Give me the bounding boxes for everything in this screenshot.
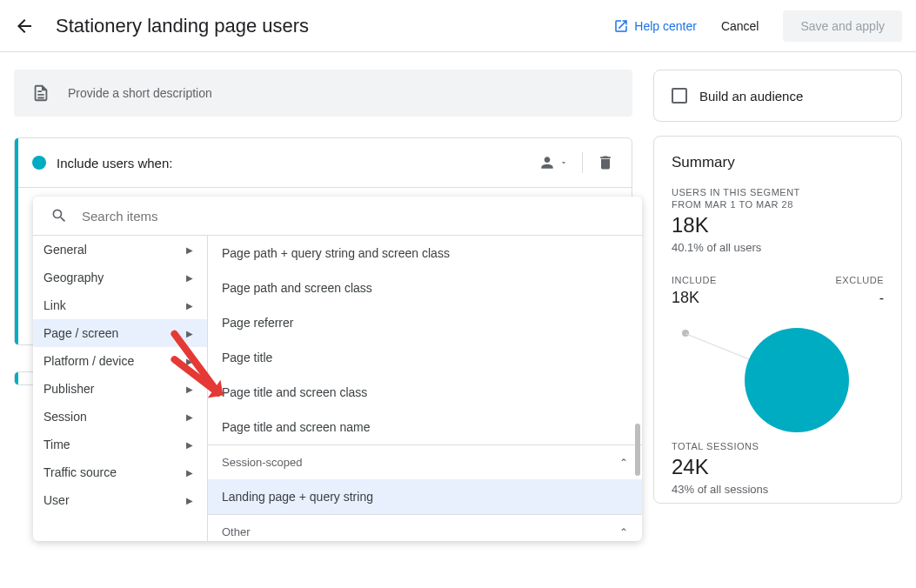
pie-chart xyxy=(672,311,884,441)
category-item[interactable]: Page / screen▶ xyxy=(33,319,207,347)
category-label: Geography xyxy=(43,271,104,284)
total-sessions-count: 24K xyxy=(672,455,884,479)
category-label: User xyxy=(43,493,70,507)
dropdown-search-row xyxy=(33,197,642,235)
description-icon xyxy=(31,84,50,103)
category-label: General xyxy=(43,243,87,257)
total-sessions-label: TOTAL SESSIONS xyxy=(672,441,884,451)
dropdown-item-landing-page[interactable]: Landing page + query string xyxy=(208,479,642,514)
cancel-button[interactable]: Cancel xyxy=(711,12,770,40)
build-audience-card: Build an audience xyxy=(653,70,902,122)
category-label: Session xyxy=(43,410,87,424)
dropdown-body: General▶Geography▶Link▶Page / screen▶Pla… xyxy=(33,235,642,541)
category-item[interactable]: Time▶ xyxy=(33,431,207,458)
page-title: Stationery landing page users xyxy=(56,15,613,37)
open-in-new-icon xyxy=(613,18,629,34)
chevron-right-icon: ▶ xyxy=(186,357,193,366)
category-item[interactable]: Link▶ xyxy=(33,291,207,319)
save-button[interactable]: Save and apply xyxy=(783,10,902,42)
users-count: 18K xyxy=(672,213,884,237)
category-item[interactable]: User▶ xyxy=(33,486,207,514)
category-label: Time xyxy=(43,438,70,451)
help-center-label: Help center xyxy=(634,19,697,33)
category-item[interactable]: Platform / device▶ xyxy=(33,347,207,375)
help-center-link[interactable]: Help center xyxy=(613,18,697,34)
person-icon xyxy=(538,154,556,171)
users-percent: 40.1% of all users xyxy=(672,241,884,254)
dropdown-item[interactable]: Page referrer xyxy=(208,305,642,340)
category-label: Platform / device xyxy=(43,354,134,368)
pie-line xyxy=(685,333,751,360)
dropdown-categories: General▶Geography▶Link▶Page / screen▶Pla… xyxy=(33,236,207,541)
header-bar: Stationery landing page users Help cente… xyxy=(0,0,916,52)
side-column: Build an audience Summary USERS IN THIS … xyxy=(653,70,902,504)
chevron-right-icon: ▶ xyxy=(186,273,193,283)
item-dropdown: General▶Geography▶Link▶Page / screen▶Pla… xyxy=(33,197,642,541)
summary-title: Summary xyxy=(672,154,884,171)
divider xyxy=(582,152,583,173)
condition-actions xyxy=(538,152,614,173)
include-count: 18K xyxy=(672,289,717,307)
chevron-up-icon: ⌃ xyxy=(619,526,628,538)
include-exclude-row: INCLUDE 18K EXCLUDE - xyxy=(672,275,884,307)
users-segment-label: USERS IN THIS SEGMENT xyxy=(672,187,884,197)
trash-icon xyxy=(597,154,614,171)
group-header-other[interactable]: Other⌃ xyxy=(208,514,642,541)
chevron-right-icon: ▶ xyxy=(186,384,193,394)
chevron-right-icon: ▶ xyxy=(186,301,193,311)
chevron-right-icon: ▶ xyxy=(186,440,193,450)
search-icon xyxy=(50,207,68,224)
chevron-up-icon: ⌃ xyxy=(619,457,628,469)
build-audience-label: Build an audience xyxy=(699,89,803,104)
category-label: Link xyxy=(43,298,66,312)
group-label: Other xyxy=(222,525,251,538)
chevron-right-icon: ▶ xyxy=(186,329,193,338)
build-audience-checkbox[interactable] xyxy=(672,88,687,104)
search-input[interactable] xyxy=(82,209,625,224)
category-item[interactable]: Session▶ xyxy=(33,403,207,431)
pie-circle xyxy=(745,328,849,432)
total-sessions-percent: 43% of all sessions xyxy=(672,483,884,496)
chevron-right-icon: ▶ xyxy=(186,496,193,505)
dropdown-item[interactable]: Page path and screen class xyxy=(208,271,642,305)
condition-title: Include users when: xyxy=(57,156,538,170)
description-placeholder: Provide a short description xyxy=(68,86,212,100)
header-actions: Help center Cancel Save and apply xyxy=(613,10,902,42)
category-item[interactable]: Traffic source▶ xyxy=(33,458,207,486)
caret-down-icon xyxy=(559,158,568,167)
condition-dot xyxy=(32,156,46,170)
category-label: Publisher xyxy=(43,382,94,396)
category-label: Page / screen xyxy=(43,326,118,340)
description-box[interactable]: Provide a short description xyxy=(14,70,632,117)
group-label: Session-scoped xyxy=(222,456,303,469)
dropdown-item[interactable]: Page title and screen name xyxy=(208,410,642,444)
condition-header: Include users when: xyxy=(15,138,632,188)
scope-selector[interactable] xyxy=(538,154,568,171)
group-header-session[interactable]: Session-scoped⌃ xyxy=(208,444,642,479)
exclude-count: - xyxy=(836,291,884,306)
category-item[interactable]: General▶ xyxy=(33,236,207,264)
date-range: FROM MAR 1 TO MAR 28 xyxy=(672,199,884,210)
dropdown-items: Page path + query string and screen clas… xyxy=(207,236,642,541)
include-label: INCLUDE xyxy=(672,275,717,285)
category-item[interactable]: Geography▶ xyxy=(33,264,207,291)
category-label: Traffic source xyxy=(43,465,117,479)
summary-card: Summary USERS IN THIS SEGMENT FROM MAR 1… xyxy=(653,136,902,504)
category-item[interactable]: Publisher▶ xyxy=(33,375,207,403)
dropdown-item[interactable]: Page title and screen class xyxy=(208,375,642,410)
dropdown-item[interactable]: Page path + query string and screen clas… xyxy=(208,236,642,271)
dropdown-item[interactable]: Page title xyxy=(208,340,642,375)
chevron-right-icon: ▶ xyxy=(186,412,193,422)
arrow-back-icon xyxy=(14,16,35,37)
exclude-label: EXCLUDE xyxy=(836,275,884,285)
chevron-right-icon: ▶ xyxy=(186,468,193,478)
chevron-right-icon: ▶ xyxy=(186,245,193,255)
delete-button[interactable] xyxy=(597,154,614,171)
back-button[interactable] xyxy=(14,16,35,37)
